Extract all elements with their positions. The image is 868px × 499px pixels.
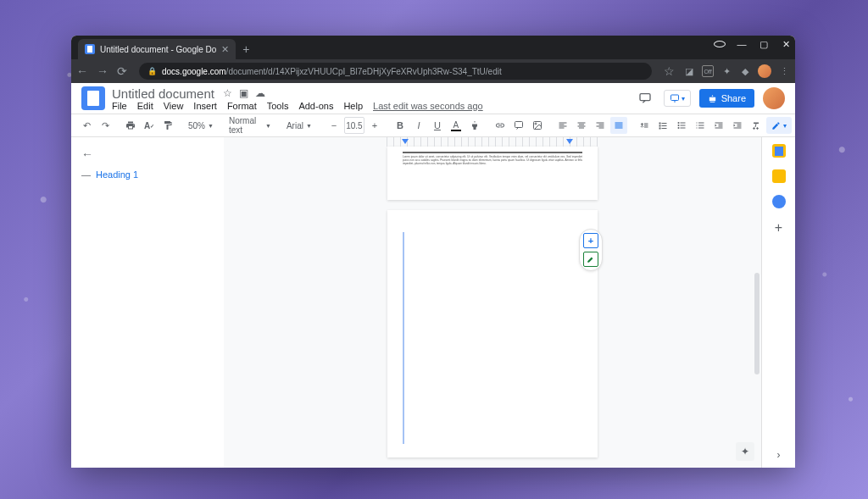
redo-icon[interactable]: ↷ [97,117,114,134]
font-size-input[interactable]: 10.5 [344,117,364,134]
window-controls: — ▢ ✕ [714,39,792,50]
browser-menu-icon[interactable]: ⋮ [778,65,790,77]
align-left-icon[interactable] [554,117,571,134]
browser-tab[interactable]: Untitled document - Google Do ✕ [78,39,236,59]
toolbar: ↶ ↷ A✓ 50%▼ Normal text▼ Arial▼ − 10.5 +… [71,114,795,137]
profile-avatar-icon[interactable] [758,64,771,78]
lock-icon: 🔒 [147,67,157,75]
zoom-select[interactable]: 50%▼ [185,121,217,130]
svg-point-6 [677,125,679,126]
add-addon-icon[interactable]: + [775,220,782,236]
keep-icon[interactable] [772,169,786,183]
docs-favicon [85,44,95,54]
font-select[interactable]: Arial▼ [283,121,317,130]
outline-back-icon[interactable]: ← [81,147,214,161]
indent-icon[interactable] [729,117,746,134]
bullet-list-icon[interactable] [673,117,690,134]
back-icon[interactable]: ← [76,64,88,78]
menu-file[interactable]: File [112,101,127,111]
menu-addons[interactable]: Add-ons [298,101,333,111]
text-color-icon[interactable]: A [448,117,465,134]
outline-dash-icon: — [81,169,91,180]
menu-help[interactable]: Help [343,101,363,111]
calendar-icon[interactable] [772,144,786,158]
ruler[interactable] [387,137,598,147]
svg-point-7 [677,127,679,129]
menu-edit[interactable]: Edit [137,101,153,111]
docs-logo-icon[interactable] [81,86,105,110]
bold-icon[interactable]: B [392,117,409,134]
forward-icon[interactable]: → [97,64,108,78]
suggest-edit-icon[interactable] [583,252,598,267]
align-right-icon[interactable] [592,117,609,134]
reload-icon[interactable]: ⟳ [117,64,127,78]
checklist-icon[interactable] [654,117,671,134]
number-list-icon[interactable] [692,117,709,134]
move-icon[interactable]: ▣ [239,87,248,99]
menu-tools[interactable]: Tools [267,101,289,111]
scrollbar[interactable] [754,273,760,374]
account-avatar[interactable] [763,87,785,109]
link-icon[interactable] [492,117,509,134]
print-icon[interactable] [122,117,139,134]
align-justify-icon[interactable] [610,117,627,134]
document-title[interactable]: Untitled document [112,86,214,101]
underline-icon[interactable]: U [429,117,446,134]
outline-heading-1[interactable]: — Heading 1 [81,169,214,180]
page1-text[interactable]: Lorem ipsum dolor sit amet, consectetur … [403,155,582,165]
app-dot-icon[interactable] [714,39,726,50]
side-panel-collapse-icon[interactable]: › [777,449,781,461]
font-size-increase[interactable]: + [366,117,383,134]
extension-icon-2[interactable]: Off [702,65,714,77]
last-edit-link[interactable]: Last edit was seconds ago [373,101,483,111]
extension-icon-3[interactable]: ◆ [739,65,751,77]
right-indent-marker[interactable] [566,139,573,144]
star-icon[interactable]: ☆ [223,87,232,99]
menu-view[interactable]: View [164,101,184,111]
new-tab-button[interactable]: + [242,42,249,56]
font-size-decrease[interactable]: − [326,117,342,134]
extension-icon-1[interactable]: ◪ [683,65,695,77]
minimize-icon[interactable]: — [736,39,748,50]
line-spacing-icon[interactable] [636,117,653,134]
italic-icon[interactable]: I [410,117,427,134]
page-1[interactable]: Lorem ipsum dolor sit amet, consectetur … [387,147,598,200]
cloud-status-icon[interactable]: ☁ [255,87,265,99]
left-indent-marker[interactable] [402,139,409,144]
menu-format[interactable]: Format [227,101,257,111]
highlight-icon[interactable] [466,117,483,134]
image-icon[interactable] [529,117,546,134]
add-comment-icon[interactable]: + [583,233,598,248]
url-field[interactable]: 🔒 docs.google.com/document/d/14XPijxzVHU… [139,63,652,80]
outdent-icon[interactable] [710,117,727,134]
svg-rect-2 [515,122,522,128]
comment-icon[interactable] [510,117,527,134]
page-2[interactable]: + [387,210,598,457]
comments-icon[interactable] [635,88,655,108]
tasks-icon[interactable] [772,195,786,208]
document-canvas[interactable]: Lorem ipsum dolor sit amet, consectetur … [224,137,761,468]
clear-format-icon[interactable] [748,117,765,134]
editing-mode-button[interactable]: ▾ [766,117,792,134]
undo-icon[interactable]: ↶ [78,117,95,134]
extensions-puzzle-icon[interactable]: ✦ [721,65,732,77]
tab-title: Untitled document - Google Do [100,45,216,54]
align-center-icon[interactable] [573,117,590,134]
explore-button[interactable]: ✦ [736,442,754,461]
bookmark-star-icon[interactable]: ☆ [664,64,675,78]
outline-panel: ← — Heading 1 [71,137,224,468]
present-button[interactable]: ▾ [664,90,691,107]
floating-tools: + [579,229,603,271]
menu-bar: File Edit View Insert Format Tools Add-o… [112,101,483,111]
menu-insert[interactable]: Insert [193,101,217,111]
spellcheck-icon[interactable]: A✓ [141,117,158,134]
share-button[interactable]: Share [699,89,754,108]
maximize-icon[interactable]: ▢ [758,39,770,50]
text-cursor [403,232,404,444]
paint-format-icon[interactable] [159,117,176,134]
outline-heading-label: Heading 1 [96,169,138,180]
svg-rect-0 [640,94,650,101]
style-select[interactable]: Normal text▼ [225,116,275,135]
close-tab-icon[interactable]: ✕ [221,44,229,55]
close-window-icon[interactable]: ✕ [780,39,792,50]
